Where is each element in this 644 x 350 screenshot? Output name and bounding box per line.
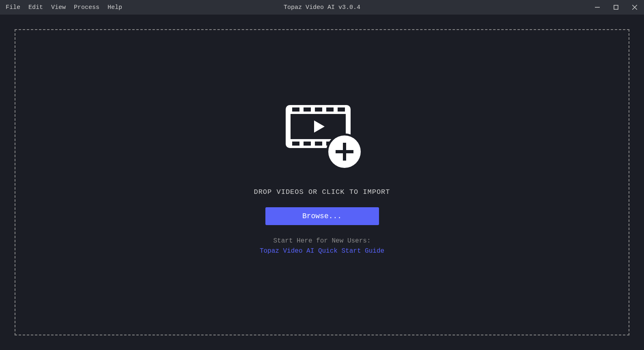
close-button[interactable] bbox=[625, 0, 644, 15]
svg-rect-1 bbox=[614, 5, 618, 9]
main-area: DROP VIDEOS OR CLICK TO IMPORT Browse...… bbox=[0, 15, 644, 350]
menu-file[interactable]: File bbox=[2, 0, 24, 15]
svg-rect-10 bbox=[338, 107, 345, 112]
drop-content: DROP VIDEOS OR CLICK TO IMPORT Browse...… bbox=[254, 101, 390, 256]
svg-rect-11 bbox=[292, 142, 299, 146]
window-controls bbox=[588, 0, 644, 15]
menu-view[interactable]: View bbox=[47, 0, 70, 15]
minimize-icon bbox=[595, 5, 600, 10]
svg-rect-6 bbox=[292, 107, 299, 112]
svg-rect-7 bbox=[304, 107, 311, 112]
app-title: Topaz Video AI v3.0.4 bbox=[284, 4, 360, 11]
title-bar: File Edit View Process Help Topaz Video … bbox=[0, 0, 644, 15]
maximize-icon bbox=[614, 5, 618, 10]
svg-rect-12 bbox=[304, 142, 311, 146]
maximize-button[interactable] bbox=[607, 0, 625, 15]
browse-button[interactable]: Browse... bbox=[265, 207, 379, 225]
svg-rect-9 bbox=[326, 107, 334, 112]
menu-edit[interactable]: Edit bbox=[24, 0, 47, 15]
drop-zone[interactable]: DROP VIDEOS OR CLICK TO IMPORT Browse...… bbox=[15, 29, 629, 335]
add-video-icon bbox=[282, 101, 363, 172]
svg-rect-13 bbox=[315, 142, 322, 146]
quick-start-guide-link[interactable]: Topaz Video AI Quick Start Guide bbox=[260, 247, 384, 255]
drop-instruction: DROP VIDEOS OR CLICK TO IMPORT bbox=[254, 188, 390, 196]
svg-rect-20 bbox=[336, 150, 353, 153]
svg-rect-8 bbox=[315, 107, 322, 112]
minimize-button[interactable] bbox=[588, 0, 607, 15]
menu-bar: File Edit View Process Help bbox=[0, 0, 126, 15]
menu-process[interactable]: Process bbox=[70, 0, 103, 15]
start-here-label: Start Here for New Users: bbox=[260, 236, 384, 245]
help-section: Start Here for New Users: Topaz Video AI… bbox=[260, 236, 384, 256]
menu-help[interactable]: Help bbox=[103, 0, 126, 15]
close-icon bbox=[632, 5, 637, 10]
